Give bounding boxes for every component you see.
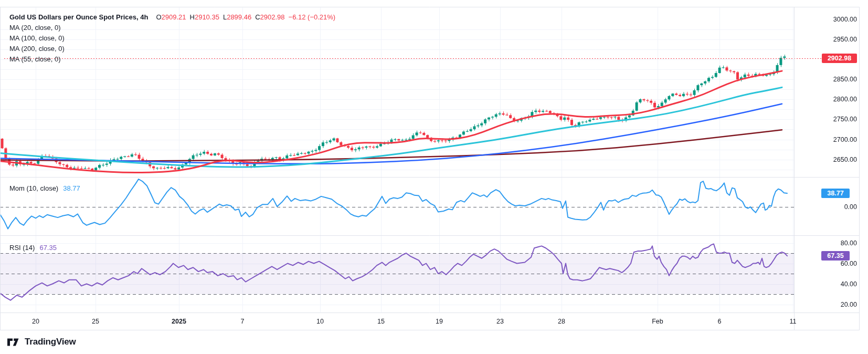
open-label: O bbox=[156, 13, 161, 21]
time-axis-label: 25 bbox=[92, 317, 99, 326]
rsi-pane-legend[interactable]: RSI (14)67.35 bbox=[9, 243, 57, 253]
mom-label: Mom (10, close) bbox=[9, 184, 58, 192]
momentum-pane-legend[interactable]: Mom (10, close)38.77 bbox=[9, 183, 80, 194]
mom-value-badge: 38.77 bbox=[821, 189, 850, 198]
time-axis-label: 10 bbox=[316, 317, 324, 326]
rsi-label: RSI (14) bbox=[9, 244, 35, 252]
axis-label: 2750.00 bbox=[833, 115, 857, 123]
rsi-value: 67.35 bbox=[39, 244, 57, 252]
time-axis-label: 2025 bbox=[172, 317, 186, 326]
close-label: C bbox=[255, 13, 260, 21]
price-pane-legend[interactable]: Gold US Dollars per Ounce Spot Prices, 4… bbox=[9, 12, 335, 65]
time-axis-label: 15 bbox=[377, 317, 385, 326]
tradingview-logo-icon bbox=[7, 338, 21, 346]
time-axis-label: Feb bbox=[652, 317, 663, 326]
axis-label: 3000.00 bbox=[833, 15, 857, 24]
mom-value: 38.77 bbox=[63, 184, 80, 192]
change-value: −6.12 (−0.21%) bbox=[289, 13, 336, 21]
symbol-title: Gold US Dollars per Ounce Spot Prices, 4… bbox=[9, 13, 148, 21]
ma100-legend[interactable]: MA (100, close, 0) bbox=[9, 33, 335, 44]
ma200-legend[interactable]: MA (200, close, 0) bbox=[9, 44, 335, 54]
axis-label: 80.00 bbox=[841, 239, 857, 247]
time-axis-label: 7 bbox=[241, 317, 245, 326]
time-axis-label: 28 bbox=[558, 317, 565, 326]
time-axis-label: 6 bbox=[718, 317, 722, 326]
high-value: 2910.35 bbox=[195, 13, 219, 21]
axis-label: 2800.00 bbox=[833, 95, 857, 103]
time-axis-label: 23 bbox=[496, 317, 504, 326]
last-price-badge: 2902.98 bbox=[822, 54, 857, 63]
axis-label: 60.00 bbox=[841, 259, 857, 268]
rsi-value-badge: 67.35 bbox=[821, 251, 850, 261]
tradingview-logo[interactable]: TradingView bbox=[7, 337, 76, 347]
close-value: 2902.98 bbox=[260, 13, 285, 21]
time-axis-label: 11 bbox=[790, 317, 797, 326]
ma20-legend[interactable]: MA (20, close, 0) bbox=[9, 23, 335, 33]
time-axis-label: 20 bbox=[32, 317, 39, 326]
low-value: 2899.46 bbox=[227, 13, 251, 21]
symbol-legend-row[interactable]: Gold US Dollars per Ounce Spot Prices, 4… bbox=[9, 12, 335, 23]
time-axis-label: 19 bbox=[436, 317, 443, 326]
high-label: H bbox=[190, 13, 195, 21]
axis-label: 2700.00 bbox=[833, 136, 857, 144]
axis-label: 2850.00 bbox=[833, 75, 857, 84]
axis-label: 2650.00 bbox=[833, 155, 857, 164]
axis-label: 0.00 bbox=[844, 203, 857, 211]
axis-label: 20.00 bbox=[841, 300, 857, 309]
open-value: 2909.21 bbox=[162, 13, 186, 21]
ma55-legend[interactable]: MA (55, close, 0) bbox=[9, 54, 335, 65]
axis-label: 2950.00 bbox=[833, 35, 857, 44]
tradingview-logo-text: TradingView bbox=[25, 337, 76, 347]
axis-label: 40.00 bbox=[841, 280, 857, 288]
chart-widget: Gold US Dollars per Ounce Spot Prices, 4… bbox=[0, 0, 868, 354]
